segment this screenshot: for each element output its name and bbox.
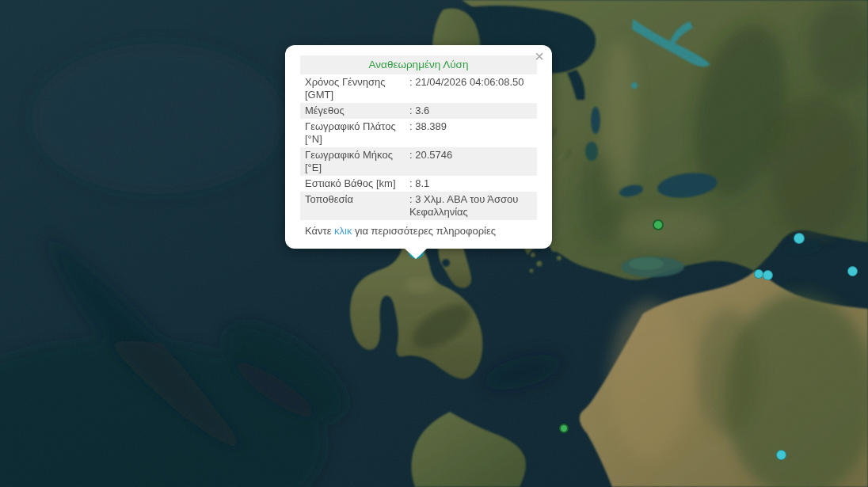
table-row: Χρόνος Γέννησης [GMT] : 21/04/2026 04:06… (300, 74, 537, 103)
popup-tail (404, 248, 428, 259)
popup-title-row: Αναθεωρημένη Λύση (300, 55, 537, 74)
table-row: Γεωγραφικό Μήκος [°E] : 20.5746 (300, 147, 537, 176)
row-label: Γεωγραφικό Μήκος [°E] (300, 147, 405, 176)
earthquake-marker[interactable] (559, 424, 569, 433)
popup-title: Αναθεωρημένη Λύση (300, 55, 537, 74)
row-label: Χρόνος Γέννησης [GMT] (300, 74, 405, 103)
row-value: : 3 Χλμ. ΑΒΑ του Άσσου Κεφαλληνίας (405, 192, 537, 220)
earthquake-marker[interactable] (653, 219, 664, 230)
table-row: Εστιακό Βάθος [km] : 8.1 (300, 176, 537, 192)
footer-text-suffix: για περισσότερες πληροφορίες (352, 225, 496, 237)
earthquake-details-table: Αναθεωρημένη Λύση Χρόνος Γέννησης [GMT] … (300, 55, 537, 220)
table-row: Γεωγραφικό Πλάτος [°N] : 38.389 (300, 119, 537, 147)
popup-footer: Κάντε κλικ για περισσότερες πληροφορίες (300, 220, 537, 239)
earthquake-marker[interactable] (794, 233, 805, 244)
map-viewport: × Αναθεωρημένη Λύση Χρόνος Γέννησης [GMT… (0, 0, 868, 487)
earthquake-popup: × Αναθεωρημένη Λύση Χρόνος Γέννησης [GMT… (285, 45, 552, 249)
close-icon[interactable]: × (535, 48, 544, 64)
earthquake-marker[interactable] (776, 450, 786, 460)
row-label: Τοποθεσία (300, 192, 405, 220)
table-row: Μέγεθος : 3.6 (300, 103, 537, 119)
row-label: Μέγεθος (300, 103, 405, 119)
footer-text-prefix: Κάντε (305, 225, 334, 237)
row-value: : 8.1 (405, 176, 537, 192)
table-row: Τοποθεσία : 3 Χλμ. ΑΒΑ του Άσσου Κεφαλλη… (300, 192, 537, 220)
row-label: Εστιακό Βάθος [km] (300, 176, 405, 192)
earthquake-marker[interactable] (847, 266, 858, 276)
row-label: Γεωγραφικό Πλάτος [°N] (300, 119, 405, 147)
row-value: : 3.6 (405, 103, 537, 119)
row-value: : 20.5746 (405, 147, 537, 176)
more-info-link[interactable]: κλικ (334, 225, 352, 237)
row-value: : 38.389 (405, 119, 537, 147)
row-value: : 21/04/2026 04:06:08.50 (405, 74, 537, 103)
earthquake-marker[interactable] (763, 270, 773, 280)
